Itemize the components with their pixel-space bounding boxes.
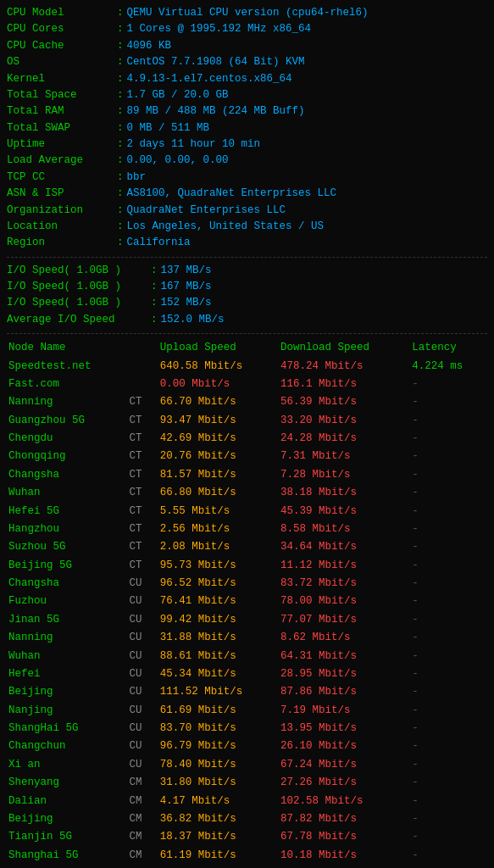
cell-upload: 2.56 Mbit/s — [158, 520, 279, 538]
total-ram-value: 89 MB / 488 MB (224 MB Buff) — [127, 103, 305, 120]
cell-node: Chongqing — [7, 448, 127, 465]
cell-upload: 5.55 Mbit/s — [158, 503, 279, 520]
cell-upload: 36.82 Mbit/s — [158, 810, 279, 828]
table-row: Beijing CU 111.52 Mbit/s 87.86 Mbit/s - — [7, 683, 487, 701]
cell-node: Shanghai 5G — [7, 847, 127, 865]
cell-upload: 0.00 Mbit/s — [158, 376, 279, 393]
col-header-isp — [127, 339, 158, 357]
cell-download: 78.00 Mbit/s — [279, 593, 410, 610]
cell-upload: 66.80 Mbit/s — [158, 484, 279, 502]
region-row: Region : California — [7, 235, 487, 251]
table-row: Hefei 5G CT 5.55 Mbit/s 45.39 Mbit/s - — [7, 503, 487, 520]
table-row: Nanjing CU 61.69 Mbit/s 7.19 Mbit/s - — [7, 702, 487, 720]
cell-upload: 93.47 Mbit/s — [158, 412, 279, 430]
io-row: I/O Speed( 1.0GB ) : 152 MB/s — [7, 295, 487, 311]
cell-node: ShangHai 5G — [7, 720, 127, 737]
cell-isp: CU — [127, 648, 158, 665]
cell-isp: CT — [127, 430, 158, 448]
table-row: Hefei CU 45.34 Mbit/s 28.95 Mbit/s - — [7, 665, 487, 683]
table-row: Shenyang CM 31.80 Mbit/s 27.26 Mbit/s - — [7, 774, 487, 792]
cell-isp: CU — [127, 665, 158, 683]
cell-latency: - — [410, 393, 487, 411]
cell-upload: 18.07 Mbit/s — [158, 865, 279, 868]
cell-upload: 96.52 Mbit/s — [158, 575, 279, 593]
cell-upload: 78.40 Mbit/s — [158, 756, 279, 774]
cell-latency: - — [410, 611, 487, 629]
location-value: Los Angeles, United States / US — [127, 219, 325, 235]
table-row: Beijing 5G CT 95.73 Mbit/s 11.12 Mbit/s … — [7, 557, 487, 575]
cell-latency: - — [410, 520, 487, 538]
network-table: Node Name Upload Speed Download Speed La… — [7, 339, 487, 868]
cell-latency: - — [410, 865, 487, 868]
cell-isp: CT — [127, 503, 158, 520]
kernel-label: Kernel — [7, 71, 117, 87]
cell-upload: 66.70 Mbit/s — [158, 393, 279, 411]
io-label: I/O Speed( 1.0GB ) — [7, 263, 151, 279]
cell-node: Dalian — [7, 793, 127, 810]
cell-isp: CT — [127, 412, 158, 430]
cell-isp — [127, 358, 158, 376]
cpu-cores-row: CPU Cores : 1 Cores @ 1995.192 MHz x86_6… — [7, 21, 487, 37]
os-row: OS : CentOS 7.7.1908 (64 Bit) KVM — [7, 54, 487, 70]
cell-upload: 83.70 Mbit/s — [158, 720, 279, 737]
table-row: Fast.com 0.00 Mbit/s 116.1 Mbit/s - — [7, 376, 487, 393]
cell-latency: - — [410, 737, 487, 755]
tcp-cc-row: TCP CC : bbr — [7, 170, 487, 186]
cell-download: 87.86 Mbit/s — [279, 683, 410, 701]
cell-isp: CM — [127, 793, 158, 810]
table-row: Shanghai 5G CM 61.19 Mbit/s 10.18 Mbit/s… — [7, 847, 487, 865]
table-row: Changsha CU 96.52 Mbit/s 83.72 Mbit/s - — [7, 575, 487, 593]
cell-node: Hangzhou — [7, 520, 127, 538]
cell-download: 34.64 Mbit/s — [279, 538, 410, 556]
table-row: ZhenJiang CM 18.07 Mbit/s 2.89 Mbit/s - — [7, 865, 487, 868]
cell-node: Changsha — [7, 575, 127, 593]
table-row: Nanning CT 66.70 Mbit/s 56.39 Mbit/s - — [7, 393, 487, 411]
cell-upload: 2.08 Mbit/s — [158, 538, 279, 556]
cell-node: Beijing 5G — [7, 557, 127, 575]
cell-latency: - — [410, 702, 487, 720]
cpu-cores-label: CPU Cores — [7, 21, 117, 37]
cell-latency: - — [410, 448, 487, 465]
cell-latency: - — [410, 720, 487, 737]
cell-latency: - — [410, 683, 487, 701]
cell-node: Speedtest.net — [7, 358, 127, 376]
cell-latency: - — [410, 629, 487, 647]
cell-isp: CT — [127, 538, 158, 556]
cell-node: Xi an — [7, 756, 127, 774]
col-header-download: Download Speed — [279, 339, 410, 357]
cell-isp: CU — [127, 611, 158, 629]
io-label: Average I/O Speed — [7, 312, 151, 328]
io-row: I/O Speed( 1.0GB ) : 167 MB/s — [7, 279, 487, 295]
cell-node: Changchun — [7, 737, 127, 755]
divider-2 — [7, 333, 487, 334]
cpu-cache-label: CPU Cache — [7, 38, 117, 54]
cell-isp: CU — [127, 575, 158, 593]
cell-latency: - — [410, 484, 487, 502]
cell-upload: 96.79 Mbit/s — [158, 737, 279, 755]
cell-download: 64.31 Mbit/s — [279, 648, 410, 665]
total-space-row: Total Space : 1.7 GB / 20.0 GB — [7, 87, 487, 103]
cell-node: ZhenJiang — [7, 865, 127, 868]
cell-node: Nanjing — [7, 702, 127, 720]
cell-node: Wuhan — [7, 484, 127, 502]
cell-latency: - — [410, 430, 487, 448]
cell-latency: - — [410, 557, 487, 575]
cell-latency: - — [410, 503, 487, 520]
org-label: Organization — [7, 203, 117, 219]
cell-node: Jinan 5G — [7, 611, 127, 629]
uptime-row: Uptime : 2 days 11 hour 10 min — [7, 136, 487, 153]
cell-node: Hefei — [7, 665, 127, 683]
divider-1 — [7, 257, 487, 258]
table-row: Wuhan CU 88.61 Mbit/s 64.31 Mbit/s - — [7, 648, 487, 665]
cell-latency: - — [410, 665, 487, 683]
cell-upload: 20.76 Mbit/s — [158, 448, 279, 465]
cell-upload: 76.41 Mbit/s — [158, 593, 279, 610]
cell-node: Chengdu — [7, 430, 127, 448]
cell-node: Tianjin 5G — [7, 828, 127, 846]
load-avg-value: 0.00, 0.00, 0.00 — [127, 153, 229, 169]
cell-download: 27.26 Mbit/s — [279, 774, 410, 792]
cell-latency: - — [410, 538, 487, 556]
cell-download: 24.28 Mbit/s — [279, 430, 410, 448]
io-label: I/O Speed( 1.0GB ) — [7, 279, 151, 295]
cell-isp: CM — [127, 828, 158, 846]
